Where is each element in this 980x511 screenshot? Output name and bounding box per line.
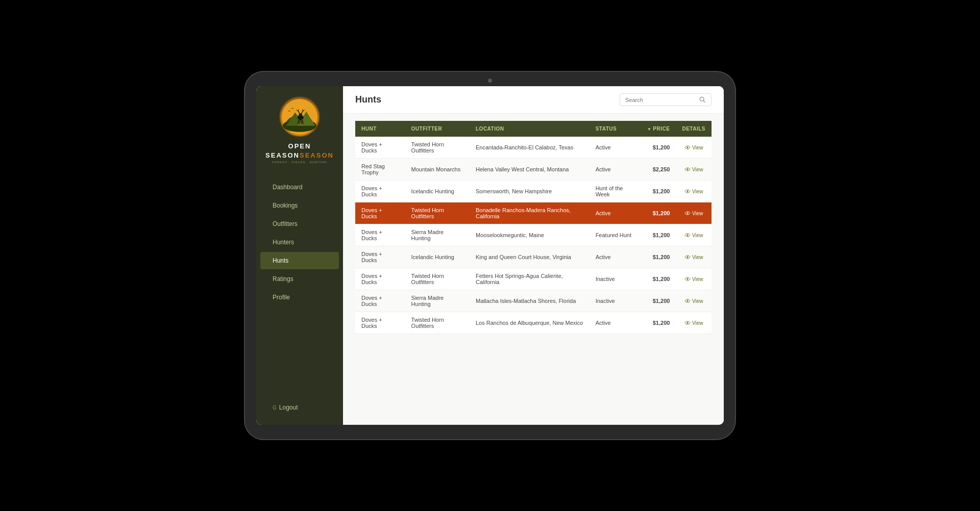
cell-location: Somersworth, New Hampshire	[470, 181, 590, 202]
svg-point-20	[687, 169, 688, 170]
cell-view[interactable]: View	[676, 224, 712, 246]
cell-outfitter: Sierra Madre Hunting	[405, 290, 470, 312]
table-row: Doves + Ducks Twisted Horn Outfitters Bo…	[355, 202, 712, 224]
search-box[interactable]	[620, 93, 712, 106]
nav-menu: DashboardBookingsOutfittersHuntersHuntsR…	[256, 178, 343, 398]
col-location: LOCATION	[470, 121, 590, 137]
view-button[interactable]: View	[684, 233, 703, 238]
cell-outfitter: Twisted Horn Outfitters	[405, 268, 470, 290]
svg-point-19	[687, 147, 688, 148]
cell-status: Inactive	[590, 290, 641, 312]
table-row: Doves + Ducks Twisted Horn Outfitters Fe…	[355, 268, 712, 290]
cell-price: $1,200	[641, 246, 676, 268]
col-hunt: HUNT	[355, 121, 405, 137]
view-button[interactable]: View	[684, 298, 703, 304]
cell-location: Bonadelle Ranchos-Madera Ranchos, Califo…	[470, 202, 590, 224]
main-content: Hunts HUNT OUTFITTER LOCATION	[343, 86, 724, 425]
sidebar-item-profile[interactable]: Profile	[260, 289, 339, 306]
sidebar-item-ratings[interactable]: Ratings	[260, 270, 339, 288]
cell-view[interactable]: View	[676, 312, 712, 334]
cell-hunt: Doves + Ducks	[355, 290, 405, 312]
svg-point-22	[687, 213, 688, 214]
cell-price: $1,200	[641, 137, 676, 159]
table-row: Doves + Ducks Sierra Madre Hunting Moose…	[355, 224, 712, 246]
cell-status: Active	[590, 246, 641, 268]
tablet-screen: OPEN SEASONSEASON FOREST · FIELDS · HUNT…	[256, 86, 724, 425]
view-button[interactable]: View	[684, 254, 703, 260]
cell-status: Inactive	[590, 268, 641, 290]
table-row: Doves + Ducks Icelandic Hunting Somerswo…	[355, 181, 712, 202]
eye-icon	[684, 277, 691, 281]
cell-outfitter: Twisted Horn Outfitters	[405, 202, 470, 224]
svg-point-26	[687, 300, 688, 302]
search-icon	[699, 96, 706, 103]
cell-status: Active	[590, 202, 641, 224]
cell-price: $1,200	[641, 224, 676, 246]
cell-hunt: Doves + Ducks	[355, 181, 405, 202]
cell-hunt: Doves + Ducks	[355, 137, 405, 159]
view-button[interactable]: View	[684, 320, 703, 326]
logo-text: OPEN SEASONSEASON FOREST · FIELDS · HUNT…	[261, 141, 338, 164]
page-title: Hunts	[355, 94, 381, 105]
cell-location: Mooselookmeguntic, Maine	[470, 224, 590, 246]
sidebar-item-hunters[interactable]: Hunters	[260, 234, 339, 251]
svg-point-27	[687, 322, 688, 324]
logo-area: OPEN SEASONSEASON FOREST · FIELDS · HUNT…	[256, 86, 343, 171]
cell-status: Hunt of the Week	[590, 181, 641, 202]
cell-price: $1,200	[641, 290, 676, 312]
cell-outfitter: Icelandic Hunting	[405, 181, 470, 202]
tablet-frame: OPEN SEASONSEASON FOREST · FIELDS · HUNT…	[245, 72, 735, 439]
cell-hunt: Doves + Ducks	[355, 224, 405, 246]
cell-status: Featured Hunt	[590, 224, 641, 246]
cell-location: Los Ranchos de Albuquerque, New Mexico	[470, 312, 590, 334]
col-status: STATUS	[590, 121, 641, 137]
cell-price: $2,250	[641, 159, 676, 181]
cell-location: Matlacha Isles-Matlacha Shores, Florida	[470, 290, 590, 312]
sidebar-item-hunts[interactable]: Hunts	[260, 252, 339, 269]
svg-line-14	[300, 120, 300, 124]
view-button[interactable]: View	[684, 145, 703, 150]
sidebar-item-bookings[interactable]: Bookings	[260, 197, 339, 214]
view-button[interactable]: View	[684, 189, 703, 194]
eye-icon	[684, 167, 691, 171]
eye-icon	[684, 189, 691, 193]
cell-view[interactable]: View	[676, 181, 712, 202]
sidebar-item-outfitters[interactable]: Outfitters	[260, 215, 339, 233]
top-bar: Hunts	[343, 86, 724, 114]
sidebar: OPEN SEASONSEASON FOREST · FIELDS · HUNT…	[256, 86, 343, 425]
sidebar-item-dashboard[interactable]: Dashboard	[260, 178, 339, 196]
logout-button[interactable]: G Logout	[260, 399, 339, 416]
cell-view[interactable]: View	[676, 137, 712, 159]
col-details: DETAILS	[676, 121, 712, 137]
cell-view[interactable]: View	[676, 159, 712, 181]
cell-view[interactable]: View	[676, 268, 712, 290]
cell-view[interactable]: View	[676, 290, 712, 312]
cell-hunt: Doves + Ducks	[355, 246, 405, 268]
eye-icon	[684, 145, 691, 149]
cell-outfitter: Twisted Horn Outfitters	[405, 137, 470, 159]
cell-outfitter: Sierra Madre Hunting	[405, 224, 470, 246]
cell-hunt: Red Stag Trophy	[355, 159, 405, 181]
svg-point-25	[687, 278, 688, 280]
svg-point-21	[687, 191, 688, 192]
view-button[interactable]: View	[684, 167, 703, 172]
eye-icon	[684, 255, 691, 259]
logo-tagline: FOREST · FIELDS · HUNTING	[261, 161, 338, 164]
view-button[interactable]: View	[684, 211, 703, 216]
table-row: Doves + Ducks Sierra Madre Hunting Matla…	[355, 290, 712, 312]
table-header-row: HUNT OUTFITTER LOCATION STATUS ▼PRICE DE…	[355, 121, 712, 137]
cell-outfitter: Twisted Horn Outfitters	[405, 312, 470, 334]
cell-hunt: Doves + Ducks	[355, 312, 405, 334]
cell-view[interactable]: View	[676, 202, 712, 224]
search-input[interactable]	[625, 97, 699, 103]
col-price[interactable]: ▼PRICE	[641, 121, 676, 137]
cell-view[interactable]: View	[676, 246, 712, 268]
view-button[interactable]: View	[684, 276, 703, 282]
logo-brand: OPEN SEASONSEASON	[261, 141, 338, 160]
table-row: Doves + Ducks Twisted Horn Outfitters En…	[355, 137, 712, 159]
table-row: Doves + Ducks Icelandic Hunting King and…	[355, 246, 712, 268]
svg-line-18	[704, 100, 705, 102]
cell-price: $1,200	[641, 181, 676, 202]
eye-icon	[684, 211, 691, 215]
cell-status: Active	[590, 312, 641, 334]
